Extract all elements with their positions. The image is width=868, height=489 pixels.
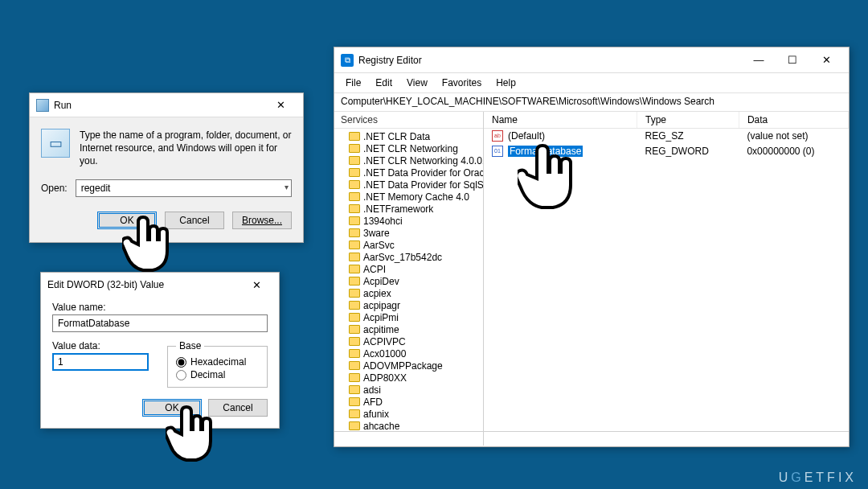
tree-item[interactable]: .NET Data Provider for Oracle (349, 166, 483, 179)
folder-icon (349, 409, 360, 418)
menu-file[interactable]: File (339, 75, 367, 91)
value-row[interactable]: 01FormatDatabaseREG_DWORD0x00000000 (0) (484, 144, 849, 159)
folder-icon (349, 265, 360, 273)
folder-icon (349, 337, 360, 346)
string-value-icon: ab (492, 130, 503, 142)
values-pane[interactable]: Name Type Data ab(Default)REG_SZ(value n… (484, 112, 849, 431)
folder-icon (349, 289, 360, 298)
folder-icon (349, 385, 360, 394)
folder-icon (349, 156, 360, 165)
watermark: UGETFIX (779, 471, 857, 485)
open-input[interactable] (76, 179, 292, 197)
menubar: File Edit View Favorites Help (334, 73, 849, 93)
folder-icon (349, 132, 360, 141)
menu-favorites[interactable]: Favorites (436, 75, 488, 91)
cancel-button[interactable]: Cancel (208, 399, 268, 417)
folder-icon (349, 325, 360, 334)
hex-radio[interactable]: Hexadecimal (176, 356, 259, 368)
tree-item[interactable]: AcpiDev (349, 275, 483, 287)
regedit-titlebar[interactable]: ⧉ Registry Editor — ☐ ✕ (334, 47, 849, 73)
edit-dword-dialog: Edit DWORD (32-bit) Value ✕ Value name: … (40, 272, 280, 429)
tree-item[interactable]: acpiex (349, 287, 483, 299)
tree-item[interactable]: ADOVMPPackage (349, 360, 483, 372)
regedit-window: ⧉ Registry Editor — ☐ ✕ File Edit View F… (334, 47, 850, 447)
tree-item[interactable]: 3ware (349, 227, 483, 239)
close-icon[interactable]: ✕ (810, 49, 842, 72)
tree-pane[interactable]: Services .NET CLR Data.NET CLR Networkin… (334, 112, 484, 431)
tree-item[interactable]: .NET CLR Networking 4.0.0.0 (349, 154, 483, 166)
tree-item[interactable]: afunix (349, 408, 483, 420)
col-type[interactable]: Type (637, 112, 739, 129)
folder-icon (349, 180, 360, 189)
tree-item[interactable]: Acx01000 (349, 347, 483, 360)
open-label: Open: (41, 183, 68, 194)
menu-help[interactable]: Help (489, 75, 522, 91)
tree-item[interactable]: .NETFramework (349, 203, 483, 215)
valuedata-label: Value data: (52, 340, 153, 351)
status-bar (334, 431, 849, 446)
folder-icon (349, 253, 360, 261)
close-icon[interactable]: ✕ (240, 273, 272, 296)
regedit-title: Registry Editor (358, 55, 422, 66)
dword-value-icon: 01 (492, 146, 503, 157)
tree-item[interactable]: .NET CLR Data (349, 130, 483, 142)
menu-edit[interactable]: Edit (369, 75, 399, 91)
tree-item[interactable]: 1394ohci (349, 215, 483, 227)
tree-item[interactable]: .NET CLR Networking (349, 142, 483, 154)
folder-icon (349, 240, 360, 249)
tree-item[interactable]: .NET Memory Cache 4.0 (349, 191, 483, 203)
tree-item[interactable]: AFD (349, 396, 483, 408)
base-group: Base Hexadecimal Decimal (167, 340, 268, 388)
maximize-icon[interactable]: ☐ (776, 49, 809, 72)
dword-title: Edit DWORD (32-bit) Value (47, 279, 164, 290)
folder-icon (349, 397, 360, 406)
dec-radio[interactable]: Decimal (176, 369, 259, 380)
regedit-icon: ⧉ (341, 54, 354, 67)
folder-icon (349, 168, 360, 177)
minimize-icon[interactable]: — (743, 49, 775, 72)
base-label: Base (176, 340, 204, 351)
close-icon[interactable]: ✕ (264, 94, 297, 117)
run-title: Run (54, 100, 72, 111)
tree-item[interactable]: acpipagr (349, 299, 483, 311)
folder-icon (349, 277, 360, 286)
folder-icon (349, 228, 360, 237)
tree-item[interactable]: .NET Data Provider for SqlServer (349, 179, 483, 191)
tree-header: Services (334, 112, 483, 129)
tree-item[interactable]: AarSvc (349, 239, 483, 251)
ok-button[interactable]: OK (142, 399, 202, 417)
col-data[interactable]: Data (739, 112, 848, 129)
folder-icon (349, 204, 360, 213)
cancel-button[interactable]: Cancel (165, 212, 224, 229)
ok-button[interactable]: OK (97, 212, 157, 229)
tree-item[interactable]: adsi (349, 384, 483, 396)
dword-titlebar[interactable]: Edit DWORD (32-bit) Value ✕ (41, 273, 279, 297)
tree-item[interactable]: ACPI (349, 263, 483, 275)
tree-item[interactable]: ahcache (349, 420, 483, 431)
run-titlebar[interactable]: Run ✕ (30, 93, 303, 117)
run-description: Type the name of a program, folder, docu… (80, 129, 292, 168)
folder-icon (349, 349, 360, 358)
col-name[interactable]: Name (484, 112, 637, 129)
folder-icon (349, 361, 360, 370)
valuename-input[interactable] (52, 314, 268, 332)
folder-icon (349, 421, 360, 430)
tree-item[interactable]: AarSvc_17b542dc (349, 251, 483, 263)
folder-icon (349, 373, 360, 382)
folder-icon (349, 144, 360, 153)
menu-view[interactable]: View (400, 75, 434, 91)
folder-icon (349, 313, 360, 322)
browse-button[interactable]: Browse... (232, 212, 292, 229)
folder-icon (349, 192, 360, 201)
tree-item[interactable]: acpitime (349, 323, 483, 335)
tree-item[interactable]: ADP80XX (349, 372, 483, 384)
tree-item[interactable]: ACPIVPC (349, 335, 483, 347)
valuename-label: Value name: (52, 302, 268, 313)
value-row[interactable]: ab(Default)REG_SZ(value not set) (484, 129, 849, 144)
valuedata-input[interactable] (52, 353, 149, 371)
address-bar[interactable]: Computer\HKEY_LOCAL_MACHINE\SOFTWARE\Mic… (334, 93, 849, 112)
run-program-icon: ▭ (41, 129, 70, 158)
folder-icon (349, 301, 360, 310)
run-dialog: Run ✕ ▭ Type the name of a program, fold… (29, 92, 304, 243)
tree-item[interactable]: AcpiPmi (349, 311, 483, 323)
